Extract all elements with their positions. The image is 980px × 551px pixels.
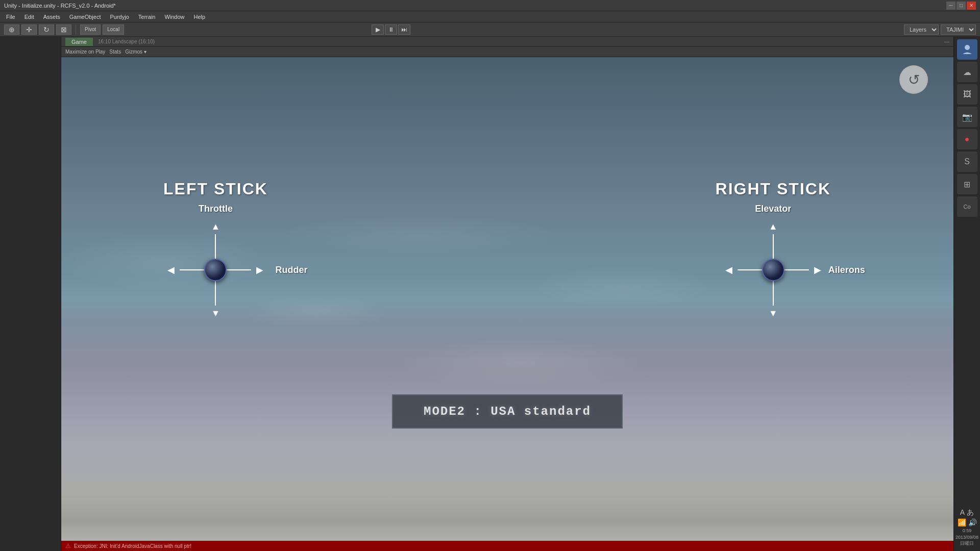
tray-time-display: 0:59 xyxy=(955,528,978,534)
menu-edit[interactable]: Edit xyxy=(20,13,38,21)
stats-option[interactable]: Stats xyxy=(109,49,121,55)
sidebar-grid-icon[interactable]: ⊞ xyxy=(957,174,977,194)
mode-text: MODE2 : USA standard xyxy=(424,405,591,418)
right-arrow-down: ▼ xyxy=(769,309,778,318)
layout-dropdown[interactable]: TAJIMI xyxy=(941,24,976,35)
toolbar-right: Layers TAJIMI xyxy=(904,24,976,35)
play-button[interactable]: ▶ xyxy=(372,24,384,35)
menu-purdyjo[interactable]: Purdyjo xyxy=(106,13,133,21)
left-joystick-ball xyxy=(204,259,227,281)
left-stick-right-label: Rudder xyxy=(275,265,307,276)
toolbar: ⊕ ✛ ↻ ⊠ Pivot Local ▶ ⏸ ⏭ Layers TAJIMI xyxy=(0,22,980,37)
close-button[interactable]: ✕ xyxy=(967,2,976,10)
left-stick-top-label: Throttle xyxy=(199,204,233,214)
toolbar-move-btn[interactable]: ✛ xyxy=(21,24,37,35)
game-view-options: Maximize on Play Stats Gizmos ▾ xyxy=(61,47,953,57)
title-bar: Unity - Initialize.unity - RCFS_v2.0 - A… xyxy=(0,0,980,11)
left-arrow-right: ▶ xyxy=(256,265,263,274)
sidebar-camera-icon[interactable]: 📷 xyxy=(957,107,977,127)
toolbar-separator-1 xyxy=(76,24,76,35)
tray-row-1: A あ xyxy=(960,508,974,517)
right-stick-diagram: Elevator Ailerons ◀ ▶ ▲ ▼ xyxy=(732,229,814,311)
right-arrow-up: ▲ xyxy=(769,222,778,231)
menu-assets[interactable]: Assets xyxy=(39,13,64,21)
sidebar-cloud-icon[interactable]: ☁ xyxy=(957,62,977,82)
menu-terrain[interactable]: Terrain xyxy=(134,13,160,21)
mode-box[interactable]: MODE2 : USA standard xyxy=(392,394,623,429)
game-tab[interactable]: Game xyxy=(65,38,93,46)
tray-network-icon: 📶 xyxy=(958,518,966,527)
tray-row-2: 📶 🔊 xyxy=(958,518,977,527)
left-arrow-down: ▼ xyxy=(211,309,220,318)
right-arrow-right: ▶ xyxy=(814,265,821,274)
left-panel xyxy=(0,37,61,551)
toolbar-transform-btn[interactable]: ⊕ xyxy=(4,24,19,35)
tray-volume-icon: 🔊 xyxy=(968,518,977,527)
right-stick-top-label: Elevator xyxy=(755,204,791,214)
resolution-label: 16:10 Landscape (16:10) xyxy=(98,39,155,44)
right-stick-right-label: Ailerons xyxy=(828,265,865,276)
right-stick-area: RIGHT STICK Elevator Ailerons ◀ ▶ ▲ ▼ xyxy=(716,180,831,311)
menu-file[interactable]: File xyxy=(2,13,19,21)
play-controls: ▶ ⏸ ⏭ xyxy=(372,24,410,35)
error-message: Exception: JNI: Init'd AndroidJavaClass … xyxy=(74,543,191,549)
right-stick-title: RIGHT STICK xyxy=(716,180,831,198)
sidebar-co-icon[interactable]: Co xyxy=(957,196,977,217)
maximize-on-play-option[interactable]: Maximize on Play xyxy=(65,49,105,55)
tray-bottom: A あ 📶 🔊 0:59 2013/09/08 日曜日 xyxy=(954,508,980,549)
error-bar: ⚠ Exception: JNI: Init'd AndroidJavaClas… xyxy=(61,541,953,551)
toolbar-rotate-btn[interactable]: ↻ xyxy=(39,24,54,35)
left-stick-diagram: Throttle Rudder ◀ ▶ ▲ ▼ xyxy=(175,229,256,311)
tray-ime-icon: あ xyxy=(967,508,974,517)
layers-dropdown[interactable]: Layers xyxy=(904,24,939,35)
tray-date-display: 2013/09/08 xyxy=(955,534,978,541)
tray-day-display: 日曜日 xyxy=(955,540,978,547)
minimize-button[interactable]: ─ xyxy=(946,2,955,10)
menu-window[interactable]: Window xyxy=(160,13,188,21)
gizmos-option[interactable]: Gizmos ▾ xyxy=(125,49,146,55)
local-button[interactable]: Local xyxy=(103,24,124,35)
sidebar-image-icon[interactable]: 🖼 xyxy=(957,84,977,105)
left-stick-title: LEFT STICK xyxy=(163,180,268,198)
game-view: ↺ LEFT STICK Throttle Rudder ◀ ▶ ▲ xyxy=(61,57,953,541)
left-arrow-up: ▲ xyxy=(211,222,220,231)
sidebar-dot-icon[interactable]: ● xyxy=(957,129,977,149)
game-tab-bar: Game 16:10 Landscape (16:10) — xyxy=(61,37,953,47)
step-button[interactable]: ⏭ xyxy=(398,24,410,35)
menu-gameobject[interactable]: GameObject xyxy=(65,13,105,21)
reset-button[interactable]: ↺ xyxy=(899,65,928,94)
right-joystick-ball xyxy=(762,259,785,281)
left-arrow-left: ◀ xyxy=(167,265,175,274)
title-text: Unity - Initialize.unity - RCFS_v2.0 - A… xyxy=(4,3,116,9)
panel-collapse-btn[interactable]: — xyxy=(944,39,949,44)
pause-button[interactable]: ⏸ xyxy=(385,24,397,35)
menu-bar: File Edit Assets GameObject Purdyjo Terr… xyxy=(0,11,980,22)
svg-point-0 xyxy=(965,45,970,50)
toolbar-scale-btn[interactable]: ⊠ xyxy=(56,24,71,35)
maximize-button[interactable]: □ xyxy=(957,2,966,10)
sidebar-user-icon[interactable] xyxy=(957,39,977,60)
menu-help[interactable]: Help xyxy=(190,13,210,21)
pivot-button[interactable]: Pivot xyxy=(80,24,101,35)
sidebar-s-icon[interactable]: S xyxy=(957,152,977,172)
left-stick-area: LEFT STICK Throttle Rudder ◀ ▶ ▲ ▼ xyxy=(163,180,268,311)
right-arrow-left: ◀ xyxy=(725,265,732,274)
tray-keyboard-icon: A xyxy=(960,508,965,517)
tray-time: 0:59 2013/09/08 日曜日 xyxy=(955,528,978,547)
right-sidebar: ☁ 🖼 📷 ● S ⊞ Co A あ 📶 🔊 0:59 2013/09/08 日… xyxy=(953,37,980,551)
game-view-container: Game 16:10 Landscape (16:10) — Maximize … xyxy=(61,37,953,551)
